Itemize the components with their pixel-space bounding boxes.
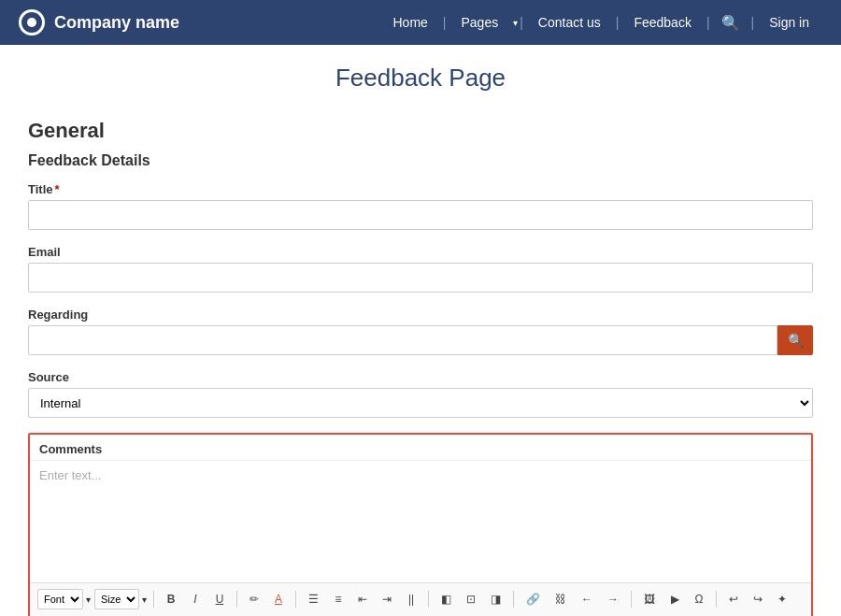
special-char-icon: Ω xyxy=(695,593,704,606)
font-color-button[interactable] xyxy=(268,589,289,609)
nav-item-home[interactable]: Home xyxy=(380,15,441,30)
email-input[interactable] xyxy=(28,263,813,293)
source-label: Source xyxy=(28,370,813,384)
unordered-list-button[interactable]: ☰ xyxy=(303,589,324,609)
indent-button[interactable]: ⇥ xyxy=(377,589,397,609)
regarding-search-button[interactable]: 🔍 xyxy=(777,325,813,355)
size-select[interactable]: Size xyxy=(94,589,139,609)
toolbar-divider-5 xyxy=(513,591,514,608)
font-color-icon xyxy=(275,593,282,606)
nav-link-pages[interactable]: Pages xyxy=(449,15,512,30)
redo-icon: ↪ xyxy=(753,593,763,606)
feedback-form: Feedback Details Title* Email Regarding … xyxy=(28,152,813,616)
bold-button[interactable]: B xyxy=(161,589,181,609)
highlight-icon xyxy=(249,593,259,606)
video-button[interactable]: ▶ xyxy=(664,589,685,609)
highlight-button[interactable] xyxy=(244,589,264,609)
link-button[interactable]: 🔗 xyxy=(520,589,546,609)
arrow-left-icon: ← xyxy=(581,593,592,606)
align-left-icon: ◧ xyxy=(441,593,451,606)
nav-item-search[interactable]: 🔍 xyxy=(712,14,749,32)
arrow-left-button[interactable]: ← xyxy=(576,589,598,609)
nav-item-signin[interactable]: Sign in xyxy=(756,15,822,30)
underline-button[interactable]: U xyxy=(209,589,230,609)
outdent-icon: ⇤ xyxy=(358,593,367,606)
title-label: Title* xyxy=(28,182,813,196)
indent-icon: ⇥ xyxy=(382,593,392,606)
arrow-right-button[interactable]: → xyxy=(602,589,624,609)
source-group: Source Internal External Other xyxy=(28,370,813,418)
pipe-icon: || xyxy=(408,593,414,606)
italic-button[interactable]: I xyxy=(185,589,206,609)
nav-divider-3: | xyxy=(614,15,621,30)
font-group: Font ▾ xyxy=(37,589,91,609)
toolbar-divider-7 xyxy=(716,591,717,608)
nav-link-signin[interactable]: Sign in xyxy=(756,15,822,30)
comments-placeholder: Enter text... xyxy=(39,468,101,482)
align-right-button[interactable]: ◨ xyxy=(485,589,506,609)
link-icon: 🔗 xyxy=(526,593,540,606)
search-button[interactable]: 🔍 xyxy=(712,14,749,32)
image-button[interactable]: 🖼 xyxy=(638,589,661,609)
toolbar-divider-3 xyxy=(295,591,296,608)
email-group: Email xyxy=(28,245,813,293)
regarding-search-icon: 🔍 xyxy=(788,333,804,348)
pipe-button[interactable]: || xyxy=(401,589,421,609)
toolbar-divider-4 xyxy=(428,591,429,608)
align-center-icon: ⊡ xyxy=(466,593,476,606)
font-caret-icon: ▾ xyxy=(86,595,91,605)
nav-item-contact[interactable]: Contact us xyxy=(525,15,614,30)
special-char-button[interactable]: Ω xyxy=(689,589,709,609)
section-title: General xyxy=(28,119,813,143)
nav-divider-5: | xyxy=(749,15,757,30)
title-input[interactable] xyxy=(28,200,813,230)
video-icon: ▶ xyxy=(671,593,679,606)
image-icon: 🖼 xyxy=(644,593,655,606)
toolbar-divider-1 xyxy=(153,591,154,608)
comments-section: Comments Enter text... Font ▾ Size ▾ xyxy=(28,433,813,616)
ul-icon: ☰ xyxy=(308,593,319,606)
undo-button[interactable]: ↩ xyxy=(723,589,744,609)
toolbar-divider-2 xyxy=(236,591,237,608)
regarding-group: Regarding 🔍 xyxy=(28,308,813,355)
brand-name: Company name xyxy=(54,13,179,33)
unlink-icon: ⛓ xyxy=(555,593,566,606)
align-center-button[interactable]: ⊡ xyxy=(461,589,481,609)
source-select[interactable]: Internal External Other xyxy=(28,388,813,418)
arrow-right-icon: → xyxy=(607,593,619,606)
nav-link-home[interactable]: Home xyxy=(380,15,441,30)
brand-icon xyxy=(19,9,45,36)
nav-divider-4: | xyxy=(705,15,712,30)
brand: Company name xyxy=(19,9,179,36)
nav-link-feedback[interactable]: Feedback xyxy=(620,15,704,30)
page-content: Feedback Page General Feedback Details T… xyxy=(9,45,832,616)
clean-icon: ✦ xyxy=(777,593,787,606)
size-group: Size ▾ xyxy=(94,589,147,609)
outdent-button[interactable]: ⇤ xyxy=(352,589,373,609)
unlink-button[interactable]: ⛓ xyxy=(549,589,572,609)
undo-icon: ↩ xyxy=(729,593,738,606)
page-title: Feedback Page xyxy=(28,64,813,93)
nav-item-feedback[interactable]: Feedback xyxy=(620,15,704,30)
toolbar-divider-6 xyxy=(631,591,632,608)
align-left-button[interactable]: ◧ xyxy=(435,589,457,609)
font-select[interactable]: Font xyxy=(37,589,83,609)
nav-link-contact[interactable]: Contact us xyxy=(525,15,614,30)
ol-icon: ≡ xyxy=(335,593,341,606)
title-group: Title* xyxy=(28,182,813,230)
redo-button[interactable]: ↪ xyxy=(748,589,768,609)
nav-menu: Home | Pages ▾ | Contact us | Feedback |… xyxy=(380,14,823,32)
regarding-input-group: 🔍 xyxy=(28,325,813,355)
regarding-input[interactable] xyxy=(28,325,777,355)
comments-editor[interactable]: Enter text... xyxy=(30,461,811,582)
clean-button[interactable]: ✦ xyxy=(772,589,792,609)
editor-toolbar: Font ▾ Size ▾ B I U xyxy=(30,582,811,616)
form-section-title: Feedback Details xyxy=(28,152,813,169)
nav-divider-1: | xyxy=(441,15,449,30)
ordered-list-button[interactable]: ≡ xyxy=(328,589,349,609)
size-caret-icon: ▾ xyxy=(142,595,147,605)
navbar: Company name Home | Pages ▾ | Contact us… xyxy=(0,0,841,45)
regarding-label: Regarding xyxy=(28,308,813,322)
nav-item-pages[interactable]: Pages ▾ xyxy=(449,15,519,30)
comments-label: Comments xyxy=(30,435,811,461)
